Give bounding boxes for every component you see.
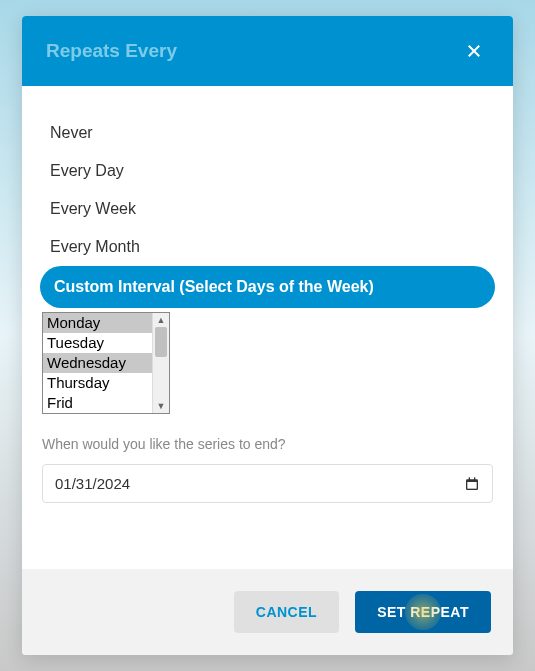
repeat-option-never[interactable]: Never [42,114,493,152]
svg-rect-4 [469,477,470,480]
series-end-label: When would you like the series to end? [42,436,493,452]
date-value: 01/31/2024 [55,475,130,492]
cancel-button[interactable]: CANCEL [234,591,339,633]
date-input[interactable]: 01/31/2024 [42,464,493,503]
day-item-monday[interactable]: Monday [43,313,152,333]
day-list[interactable]: Monday Tuesday Wednesday Thursday Frid [43,313,152,413]
repeat-option-custom[interactable]: Custom Interval (Select Days of the Week… [40,266,495,308]
set-repeat-button[interactable]: SET REPEAT [355,591,491,633]
scrollbar-thumb[interactable] [155,327,167,357]
set-repeat-label: SET REPEAT [377,604,469,620]
repeat-option-every-month[interactable]: Every Month [42,228,493,266]
scrollbar-up-icon[interactable]: ▲ [153,313,169,327]
svg-rect-3 [467,482,476,489]
scrollbar-down-icon[interactable]: ▼ [153,399,169,413]
day-item-thursday[interactable]: Thursday [43,373,152,393]
day-item-tuesday[interactable]: Tuesday [43,333,152,353]
modal-footer: CANCEL SET REPEAT [22,569,513,655]
day-selector: Monday Tuesday Wednesday Thursday Frid ▲… [42,312,170,414]
svg-rect-5 [474,477,475,480]
close-icon [465,42,483,60]
calendar-icon [464,476,480,492]
close-button[interactable] [459,36,489,66]
modal-title: Repeats Every [46,40,177,62]
repeat-modal: Repeats Every Never Every Day Every Week… [22,16,513,655]
repeat-option-every-day[interactable]: Every Day [42,152,493,190]
modal-header: Repeats Every [22,16,513,86]
day-item-wednesday[interactable]: Wednesday [43,353,152,373]
day-item-friday[interactable]: Frid [43,393,152,413]
modal-body: Never Every Day Every Week Every Month C… [22,86,513,569]
repeat-option-every-week[interactable]: Every Week [42,190,493,228]
scrollbar[interactable]: ▲ ▼ [152,313,169,413]
